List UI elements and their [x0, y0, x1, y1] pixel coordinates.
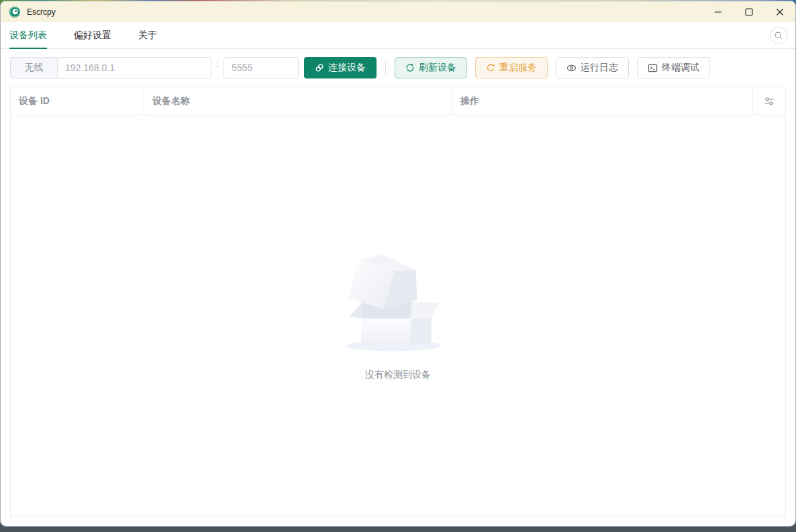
tab-preferences-label: 偏好设置 — [74, 30, 111, 42]
refresh-devices-label: 刷新设备 — [419, 62, 456, 74]
search-icon — [774, 31, 783, 40]
app-logo-icon — [9, 6, 21, 18]
tab-preferences[interactable]: 偏好设置 — [74, 22, 111, 48]
connect-device-button[interactable]: 连接设备 — [304, 57, 377, 78]
close-icon — [776, 8, 784, 16]
escrcpy-window: Escrcpy — [0, 1, 796, 527]
maximize-icon — [745, 8, 753, 16]
sliders-icon — [764, 96, 775, 107]
toolbar-divider — [385, 61, 386, 74]
close-button[interactable] — [764, 1, 795, 22]
tab-about[interactable]: 关于 — [138, 22, 157, 48]
column-settings-button[interactable] — [753, 87, 785, 115]
maximize-button[interactable] — [734, 1, 764, 22]
tab-bar: 设备列表 偏好设置 关于 — [1, 22, 795, 49]
minimize-button[interactable] — [703, 1, 734, 22]
empty-box-illustration — [335, 251, 461, 353]
window-controls — [703, 1, 795, 22]
search-button[interactable] — [770, 27, 787, 44]
tab-about-label: 关于 — [138, 30, 157, 42]
column-header-operations: 操作 — [452, 87, 753, 115]
terminal-icon — [648, 63, 658, 73]
port-separator: : — [216, 53, 219, 74]
device-table: 设备 ID 设备名称 操作 — [10, 87, 786, 517]
window-title: Escrcpy — [27, 7, 56, 17]
empty-state: 没有检测到设备 — [335, 251, 461, 381]
device-toolbar: 无线 : 连接设备 — [1, 49, 795, 78]
refresh-right-icon — [486, 63, 495, 72]
link-icon — [315, 63, 324, 72]
wireless-address-group: 无线 — [10, 57, 211, 78]
eye-icon — [566, 63, 577, 73]
terminal-debug-label: 终端调试 — [662, 62, 699, 74]
wireless-label: 无线 — [10, 57, 57, 78]
app-info: Escrcpy — [1, 1, 56, 22]
titlebar: Escrcpy — [1, 1, 795, 22]
tab-device-list[interactable]: 设备列表 — [9, 22, 47, 48]
refresh-icon — [405, 63, 415, 72]
desktop-background: Escrcpy — [0, 0, 796, 532]
run-logs-label: 运行日志 — [581, 62, 618, 74]
column-header-device-id: 设备 ID — [11, 87, 144, 115]
restart-service-label: 重启服务 — [499, 62, 537, 74]
port-input[interactable] — [223, 57, 299, 78]
device-table-header: 设备 ID 设备名称 操作 — [11, 87, 785, 115]
device-table-body: 没有检测到设备 — [11, 115, 785, 517]
minimize-icon — [714, 8, 722, 16]
tab-device-list-label: 设备列表 — [9, 30, 47, 42]
refresh-devices-button[interactable]: 刷新设备 — [395, 57, 467, 78]
terminal-debug-button[interactable]: 终端调试 — [637, 57, 710, 78]
restart-service-button[interactable]: 重启服务 — [475, 57, 548, 78]
connect-device-label: 连接设备 — [328, 62, 366, 74]
run-logs-button[interactable]: 运行日志 — [556, 57, 629, 78]
column-header-device-name: 设备名称 — [144, 87, 452, 115]
ip-address-input[interactable] — [57, 57, 211, 78]
empty-state-text: 没有检测到设备 — [365, 369, 431, 381]
